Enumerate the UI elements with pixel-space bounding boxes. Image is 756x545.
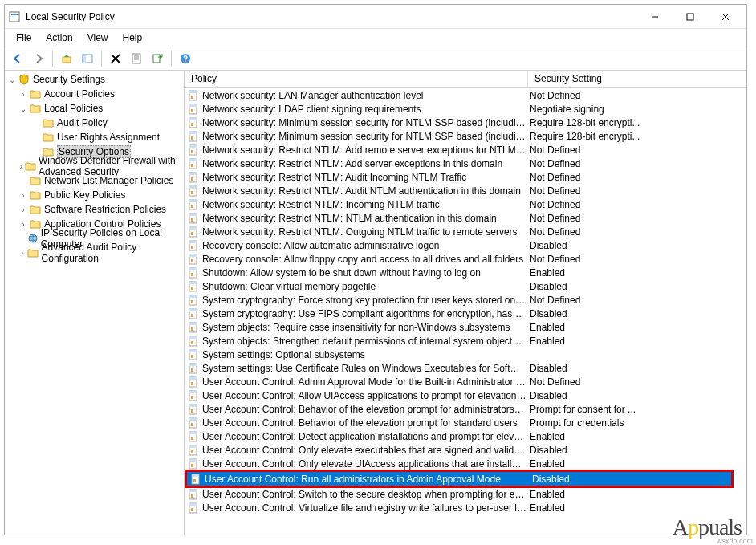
- policy-icon: [187, 116, 200, 129]
- policy-row[interactable]: System objects: Strengthen default permi…: [185, 334, 746, 348]
- svg-rect-90: [191, 409, 193, 413]
- policy-setting: Require 128-bit encrypti...: [530, 117, 746, 128]
- policy-row[interactable]: Network security: Minimum session securi…: [185, 116, 746, 129]
- policy-row[interactable]: Network security: LDAP client signing re…: [185, 102, 746, 116]
- svg-rect-39: [191, 177, 193, 181]
- svg-rect-63: [191, 287, 193, 290]
- policy-row[interactable]: Network security: Minimum session securi…: [185, 129, 746, 143]
- policy-row[interactable]: User Account Control: Admin Approval Mod…: [185, 375, 746, 388]
- policy-setting: Enabled: [530, 322, 746, 333]
- policy-row[interactable]: Network security: Restrict NTLM: NTLM au…: [185, 211, 746, 225]
- policy-row[interactable]: User Account Control: Allow UIAccess app…: [185, 388, 746, 402]
- expander-icon[interactable]: ›: [18, 220, 29, 229]
- policy-row[interactable]: User Account Control: Run all administra…: [187, 472, 731, 486]
- delete-button[interactable]: [106, 49, 125, 68]
- tree-item[interactable]: ›Account Policies: [5, 87, 184, 101]
- tree-item[interactable]: User Rights Assignment: [5, 130, 184, 144]
- export-button[interactable]: [148, 49, 167, 68]
- menu-help[interactable]: Help: [116, 31, 149, 45]
- policy-icon: [187, 212, 200, 225]
- forward-button[interactable]: [29, 49, 48, 68]
- policy-name: Network security: Minimum session securi…: [202, 131, 530, 142]
- policy-row[interactable]: Recovery console: Allow automatic admini…: [185, 238, 746, 252]
- tree-pane[interactable]: ⌄Security Settings›Account Policies⌄Loca…: [5, 71, 185, 535]
- policy-row[interactable]: User Account Control: Only elevate execu…: [185, 443, 746, 457]
- svg-rect-38: [189, 173, 197, 175]
- policy-icon: [187, 458, 200, 470]
- policy-row[interactable]: Shutdown: Clear virtual memory pagefileD…: [185, 279, 746, 293]
- svg-rect-107: [189, 490, 197, 492]
- policy-name: System settings: Optional subsystems: [202, 349, 530, 360]
- svg-rect-0: [10, 12, 19, 22]
- folder-icon: [29, 218, 42, 230]
- tree-item[interactable]: ⌄Local Policies: [5, 101, 184, 116]
- policy-row[interactable]: Recovery console: Allow floppy copy and …: [185, 252, 746, 266]
- policy-name: User Account Control: Behavior of the el…: [202, 404, 530, 415]
- policy-row[interactable]: Network security: Restrict NTLM: Incomin…: [185, 197, 746, 211]
- svg-rect-78: [191, 355, 193, 358]
- policy-row[interactable]: System objects: Require case insensitivi…: [185, 320, 746, 334]
- maximize-button[interactable]: [673, 6, 708, 28]
- column-header-setting[interactable]: Security Setting: [528, 71, 746, 87]
- policy-row[interactable]: Network security: Restrict NTLM: Audit N…: [185, 184, 746, 197]
- policy-row[interactable]: System settings: Optional subsystems: [185, 348, 746, 361]
- policy-row[interactable]: Network security: Restrict NTLM: Audit I…: [185, 170, 746, 184]
- expander-icon[interactable]: ⌄: [18, 104, 29, 113]
- tree-root[interactable]: ⌄Security Settings: [5, 72, 184, 87]
- window-frame: Local Security Policy File Action View H…: [4, 4, 747, 535]
- properties-button[interactable]: [127, 49, 146, 68]
- policy-row[interactable]: User Account Control: Detect application…: [185, 429, 746, 443]
- policy-icon: [187, 430, 200, 443]
- policy-row[interactable]: Network security: LAN Manager authentica…: [185, 88, 746, 102]
- back-button[interactable]: [8, 49, 27, 68]
- policy-icon: [187, 488, 200, 501]
- policy-row[interactable]: User Account Control: Switch to the secu…: [185, 487, 746, 501]
- svg-rect-81: [191, 368, 193, 372]
- tree-item[interactable]: Network List Manager Policies: [5, 173, 184, 188]
- policy-icon: [187, 294, 200, 307]
- menu-view[interactable]: View: [81, 31, 115, 45]
- policy-setting: Not Defined: [530, 254, 746, 265]
- tree-item[interactable]: ›Software Restriction Policies: [5, 202, 184, 217]
- policy-setting: Disabled: [530, 281, 746, 292]
- policy-row[interactable]: Network security: Restrict NTLM: Add ser…: [185, 157, 746, 170]
- policy-row[interactable]: System cryptography: Use FIPS compliant …: [185, 307, 746, 320]
- expander-icon[interactable]: ›: [18, 162, 25, 171]
- tree-item[interactable]: ›Advanced Audit Policy Configuration: [5, 246, 184, 260]
- menu-file[interactable]: File: [10, 31, 38, 45]
- column-header-policy[interactable]: Policy: [185, 71, 528, 87]
- policy-row[interactable]: User Account Control: Behavior of the el…: [185, 402, 746, 416]
- close-button[interactable]: [708, 6, 743, 28]
- tree-item[interactable]: Audit Policy: [5, 116, 184, 130]
- shield-icon: [18, 73, 30, 86]
- tree-root-label: Security Settings: [33, 74, 105, 85]
- folder-icon: [42, 131, 55, 144]
- policy-row[interactable]: Network security: Restrict NTLM: Add rem…: [185, 143, 746, 157]
- up-button[interactable]: [57, 49, 76, 68]
- policy-row[interactable]: User Account Control: Only elevate UIAcc…: [185, 457, 746, 470]
- policy-row[interactable]: System cryptography: Force strong key pr…: [185, 293, 746, 307]
- help-button[interactable]: ?: [176, 49, 195, 68]
- expander-icon[interactable]: ›: [18, 205, 29, 214]
- policy-row[interactable]: User Account Control: Behavior of the el…: [185, 416, 746, 429]
- tree-item[interactable]: ›Public Key Policies: [5, 188, 184, 202]
- policy-row[interactable]: Shutdown: Allow system to be shut down w…: [185, 266, 746, 279]
- app-icon: [8, 10, 21, 23]
- list-body[interactable]: Network security: LAN Manager authentica…: [185, 88, 746, 535]
- tree-item[interactable]: ›Windows Defender Firewall with Advanced…: [5, 159, 184, 173]
- svg-rect-87: [191, 396, 193, 399]
- expander-icon[interactable]: ›: [18, 191, 29, 200]
- policy-row[interactable]: User Account Control: Virtualize file an…: [185, 501, 746, 514]
- policy-row[interactable]: System settings: Use Certificate Rules o…: [185, 361, 746, 375]
- show-hide-tree-button[interactable]: [78, 49, 97, 68]
- policy-icon: [187, 335, 200, 348]
- expander-icon[interactable]: ›: [18, 249, 27, 258]
- minimize-button[interactable]: [637, 6, 673, 28]
- separator: [101, 51, 102, 67]
- svg-rect-108: [191, 494, 193, 498]
- policy-icon: [187, 103, 200, 116]
- policy-row[interactable]: Network security: Restrict NTLM: Outgoin…: [185, 225, 746, 238]
- svg-rect-27: [191, 123, 193, 126]
- expander-icon[interactable]: ›: [18, 90, 29, 99]
- menu-action[interactable]: Action: [39, 31, 79, 45]
